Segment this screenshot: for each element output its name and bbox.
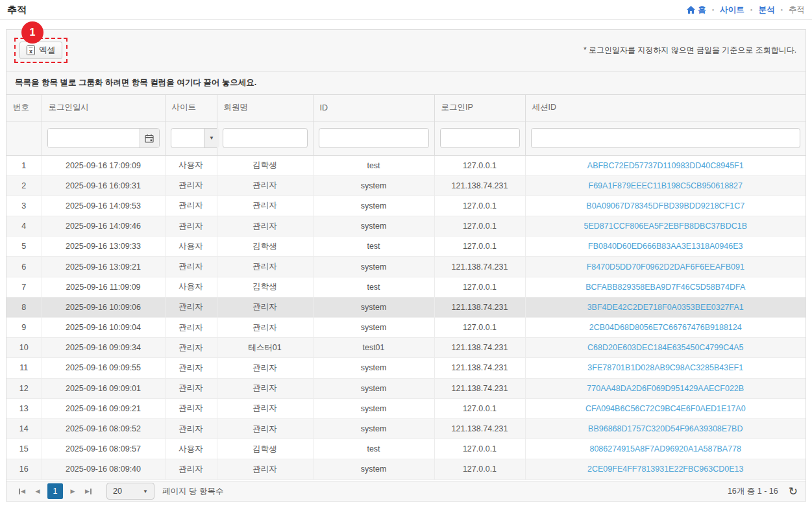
table-row[interactable]: 12025-09-16 17:09:09사용자김학생test127.0.0.1A… xyxy=(6,155,806,175)
row-number-cell: 11 xyxy=(6,358,42,378)
login-date-filter-input[interactable] xyxy=(48,129,140,147)
chevron-down-icon[interactable]: ▼ xyxy=(204,129,219,147)
site-cell: 사용자 xyxy=(165,155,217,175)
prev-page-button[interactable]: ◀ xyxy=(30,483,45,499)
id-cell: system xyxy=(313,378,434,398)
table-row[interactable]: 62025-09-16 13:09:21관리자관리자system121.138.… xyxy=(6,257,806,277)
member-name-filter-input[interactable] xyxy=(223,128,308,148)
breadcrumb-item-3[interactable]: 분석 xyxy=(758,5,774,16)
session-id-link[interactable]: 3FE78701B1D028AB9C98AC3285B43EF1 xyxy=(587,363,743,372)
table-row[interactable]: 132025-09-16 09:09:21관리자관리자system127.0.0… xyxy=(6,398,806,418)
page-size-select[interactable]: 20 ▼ xyxy=(106,483,154,500)
login-ip-cell: 127.0.0.1 xyxy=(434,318,525,338)
session-id-link[interactable]: C68D20E603DEC184E635450C4799C4A5 xyxy=(587,343,743,352)
table-row[interactable]: 92025-09-16 10:09:04관리자관리자system127.0.0.… xyxy=(6,318,806,338)
column-header-session-id[interactable]: 세션ID xyxy=(525,95,806,121)
session-id-link[interactable]: 2CE09FE4FF7813931E22FBC963CD0E13 xyxy=(587,465,743,474)
table-row[interactable]: 42025-09-16 14:09:46관리자관리자system127.0.0.… xyxy=(6,216,806,236)
session-id-link[interactable]: ABFBC72ED57737D110983DD40C8945F1 xyxy=(587,161,744,170)
session-id-link[interactable]: 3BF4DE42C2DE718F0A0353BEE0327FA1 xyxy=(587,303,744,312)
login-ip-filter-input[interactable] xyxy=(440,128,520,148)
login-date-note: * 로그인일자를 지정하지 않으면 금일을 기준으로 조회합니다. xyxy=(584,45,796,56)
column-header-member-name[interactable]: 회원명 xyxy=(217,95,313,121)
table-row[interactable]: 102025-09-16 09:09:34관리자테스터01test01121.1… xyxy=(6,338,806,358)
table-row[interactable]: 72025-09-16 11:09:09사용자김학생test127.0.0.1B… xyxy=(6,277,806,297)
row-number-cell: 1 xyxy=(6,155,42,175)
id-cell: test xyxy=(313,277,434,297)
filter-cell-site: ▼ xyxy=(165,121,217,155)
breadcrumb-separator: ● xyxy=(780,8,783,12)
session-id-cell: 770AA48DA2D6F069D951429AAECF022B xyxy=(525,378,806,398)
table-row[interactable]: 112025-09-16 09:09:55관리자관리자system121.138… xyxy=(6,358,806,378)
column-header-id[interactable]: ID xyxy=(313,95,434,121)
session-id-link[interactable]: F8470D5DD70F0962D2DAF6F6EEAFB091 xyxy=(587,262,744,272)
column-header-site[interactable]: 사이트 xyxy=(165,95,217,121)
login-ip-cell: 121.138.74.231 xyxy=(434,378,525,398)
member-name-cell: 김학생 xyxy=(217,277,313,297)
table-row[interactable]: 32025-09-16 14:09:53관리자관리자system127.0.0.… xyxy=(6,196,806,216)
column-header-no[interactable]: 번호 xyxy=(6,95,42,121)
login-datetime-cell: 2025-09-16 14:09:46 xyxy=(42,216,165,236)
breadcrumb-item-2[interactable]: 사이트 xyxy=(720,5,744,16)
filter-cell-session-id xyxy=(525,121,806,155)
calendar-icon-button[interactable] xyxy=(140,129,159,147)
session-id-link[interactable]: CFA094B6C56C72C9BC4E6F0AED1E17A0 xyxy=(585,404,746,413)
login-ip-cell: 127.0.0.1 xyxy=(434,216,525,236)
session-id-link[interactable]: BB96868D1757C320D54F96A39308E7BD xyxy=(588,424,743,433)
refresh-button[interactable]: ↻ xyxy=(789,486,798,497)
id-cell: system xyxy=(313,418,434,439)
grid-pager: ◀ ◀ 1 ▶ ▶ 20 ▼ 페이지 당 항목수 16개 중 1 - 16 ↻ xyxy=(6,481,806,501)
id-cell: system xyxy=(313,318,434,338)
id-cell: system xyxy=(313,459,434,479)
session-id-link[interactable]: 2CB04D68D8056E7C66767476B9188124 xyxy=(589,323,742,332)
session-id-link[interactable]: 8086274915A8F7AD96920A1A587BA778 xyxy=(589,444,741,453)
login-ip-cell: 121.138.74.231 xyxy=(434,338,525,358)
session-id-link[interactable]: 5ED871CCF806EA5F2EBFB8DBC37BDC1B xyxy=(584,222,747,231)
id-cell: system xyxy=(313,175,434,196)
column-header-login-ip[interactable]: 로그인IP xyxy=(434,95,525,121)
member-name-cell: 관리자 xyxy=(217,398,313,418)
site-cell: 관리자 xyxy=(165,318,217,338)
column-header-login-datetime[interactable]: 로그인일시 xyxy=(42,95,165,121)
table-row[interactable]: 52025-09-16 13:09:33사용자김학생test127.0.0.1F… xyxy=(6,236,806,257)
page-size-value: 20 xyxy=(113,487,122,496)
session-id-filter-input[interactable] xyxy=(531,128,801,148)
site-filter-dropdown[interactable]: ▼ xyxy=(171,128,220,148)
table-row[interactable]: 82025-09-16 10:09:06관리자관리자system121.138.… xyxy=(6,297,806,317)
login-datetime-cell: 2025-09-16 13:09:21 xyxy=(42,257,165,277)
row-number-cell: 4 xyxy=(6,216,42,236)
row-number-cell: 7 xyxy=(6,277,42,297)
excel-export-button[interactable]: x 엑셀 xyxy=(19,42,62,59)
row-number-cell: 5 xyxy=(6,236,42,257)
breadcrumb-separator: ● xyxy=(750,8,753,12)
table-row[interactable]: 142025-09-16 08:09:52관리자관리자system121.138… xyxy=(6,418,806,439)
id-filter-input[interactable] xyxy=(319,128,429,148)
login-datetime-cell: 2025-09-16 08:09:52 xyxy=(42,418,165,439)
table-row[interactable]: 162025-09-16 08:09:40관리자관리자system127.0.0… xyxy=(6,459,806,479)
member-name-cell: 관리자 xyxy=(217,216,313,236)
table-row[interactable]: 122025-09-16 09:09:01관리자관리자system121.138… xyxy=(6,378,806,398)
last-page-button[interactable]: ▶ xyxy=(80,483,96,499)
title-bar: 추적 홈●사이트●분석●추적 xyxy=(0,0,812,20)
group-by-drop-area[interactable]: 목록을 항목 별로 그룹화 하려면 항목 컬럼을 여기다 끌어 놓으세요. xyxy=(6,71,806,95)
breadcrumb-item-1[interactable]: 홈 xyxy=(687,5,706,16)
page-1-button[interactable]: 1 xyxy=(47,483,63,499)
session-id-link[interactable]: F69A1F879EEEC11B198C5CB950618827 xyxy=(589,181,743,190)
member-name-cell: 관리자 xyxy=(217,196,313,216)
session-id-link[interactable]: 770AA48DA2D6F069D951429AAECF022B xyxy=(587,384,744,393)
table-header-row: 번호로그인일시사이트회원명ID로그인IP세션ID xyxy=(6,95,806,121)
session-id-link[interactable]: FB0840D60ED666B83AA3E1318A0946E3 xyxy=(588,242,743,251)
table-row[interactable]: 22025-09-16 16:09:31관리자관리자system121.138.… xyxy=(6,175,806,196)
first-page-button[interactable]: ◀ xyxy=(14,483,30,499)
member-name-cell: 김학생 xyxy=(217,439,313,459)
session-id-link[interactable]: B0A09067D78345DFBD39BDD9218CF1C7 xyxy=(586,201,744,210)
member-name-cell: 관리자 xyxy=(217,358,313,378)
row-number-cell: 16 xyxy=(6,459,42,479)
session-id-cell: F8470D5DD70F0962D2DAF6F6EEAFB091 xyxy=(525,257,806,277)
login-ip-cell: 127.0.0.1 xyxy=(434,236,525,257)
table-row[interactable]: 152025-09-16 08:09:57사용자김학생test127.0.0.1… xyxy=(6,439,806,459)
next-page-button[interactable]: ▶ xyxy=(65,483,80,499)
login-ip-cell: 121.138.74.231 xyxy=(434,418,525,439)
login-ip-cell: 121.138.74.231 xyxy=(434,297,525,317)
session-id-link[interactable]: BCFABB829358EBA9D7F46C5D58B74DFA xyxy=(585,283,745,292)
